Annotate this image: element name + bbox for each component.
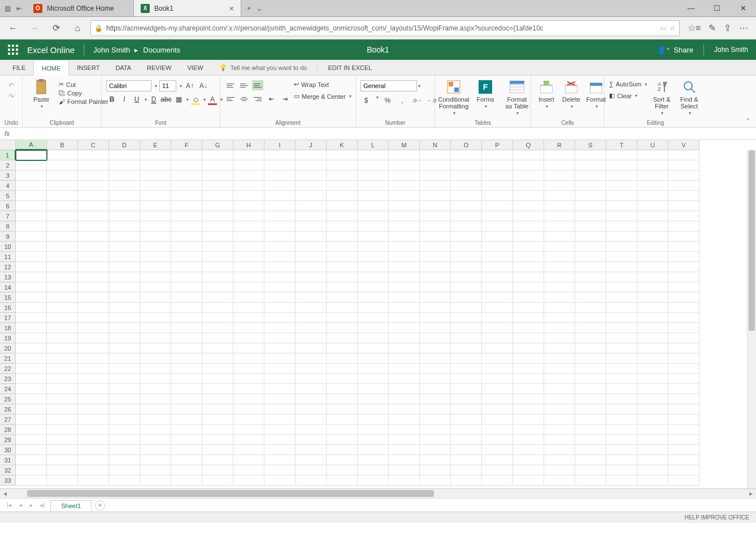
tab-home[interactable]: HOME (33, 60, 69, 76)
cell[interactable] (233, 171, 264, 181)
row-header[interactable]: 16 (0, 303, 16, 313)
cell[interactable] (389, 150, 420, 160)
cell[interactable] (606, 435, 637, 445)
cell[interactable] (482, 242, 513, 252)
cell[interactable] (637, 404, 668, 414)
cell[interactable] (451, 394, 482, 404)
favorite-star-icon[interactable]: ☆ (670, 24, 676, 32)
column-header[interactable]: N (420, 140, 451, 150)
cell[interactable] (389, 414, 420, 425)
sheet-nav-last-icon[interactable]: ▸| (38, 502, 47, 508)
cell[interactable] (296, 252, 327, 262)
font-size-input[interactable] (159, 80, 176, 91)
url-box[interactable]: 🔒 https://acmewidgets-my.sharepoint.com/… (90, 20, 680, 36)
cell[interactable] (140, 313, 171, 323)
column-header[interactable]: S (575, 140, 606, 150)
cell[interactable] (389, 404, 420, 414)
cell[interactable] (233, 445, 264, 455)
cell[interactable] (637, 435, 668, 445)
redo-icon[interactable]: ↷ (8, 93, 14, 101)
cell[interactable] (606, 303, 637, 313)
row-header[interactable]: 13 (0, 272, 16, 282)
cell[interactable] (482, 414, 513, 425)
cell[interactable] (78, 171, 109, 181)
cell[interactable] (16, 252, 47, 262)
cell[interactable] (140, 394, 171, 404)
cell[interactable] (420, 445, 451, 455)
cell[interactable] (16, 150, 47, 160)
cell[interactable] (389, 455, 420, 465)
cell[interactable] (296, 262, 327, 272)
column-header[interactable]: J (296, 140, 327, 150)
cell[interactable] (358, 191, 389, 201)
row-header[interactable]: 11 (0, 252, 16, 262)
cell[interactable] (482, 445, 513, 455)
refresh-button[interactable]: ⟳ (47, 20, 64, 37)
cell[interactable] (389, 343, 420, 353)
cell[interactable] (171, 465, 202, 475)
cell[interactable] (140, 414, 171, 425)
cell[interactable] (47, 272, 78, 282)
cell[interactable] (668, 455, 699, 465)
cell[interactable] (637, 374, 668, 384)
cell[interactable] (420, 465, 451, 475)
cell[interactable] (358, 404, 389, 414)
cell[interactable] (264, 404, 296, 414)
cell[interactable] (78, 252, 109, 262)
cell[interactable] (47, 425, 78, 435)
cell[interactable] (420, 181, 451, 191)
cell[interactable] (358, 262, 389, 272)
cell[interactable] (16, 333, 47, 343)
comma-button[interactable]: , (397, 95, 408, 106)
cell[interactable] (327, 191, 358, 201)
cell[interactable] (668, 374, 699, 384)
cell[interactable] (78, 394, 109, 404)
column-header[interactable]: D (109, 140, 140, 150)
cell[interactable] (482, 435, 513, 445)
cell[interactable] (296, 231, 327, 242)
cell[interactable] (451, 191, 482, 201)
cell[interactable] (637, 323, 668, 333)
cell[interactable] (171, 425, 202, 435)
cell[interactable] (109, 404, 140, 414)
cell[interactable] (109, 252, 140, 262)
tab-view[interactable]: VIEW (180, 60, 211, 75)
cell[interactable] (47, 201, 78, 211)
minimize-button[interactable]: ― (678, 0, 704, 16)
cell[interactable] (296, 343, 327, 353)
cell[interactable] (202, 292, 233, 303)
row-header[interactable]: 6 (0, 201, 16, 211)
cell[interactable] (78, 465, 109, 475)
cell[interactable] (233, 313, 264, 323)
cell[interactable] (78, 303, 109, 313)
row-header[interactable]: 23 (0, 374, 16, 384)
cell[interactable] (513, 465, 544, 475)
cell[interactable] (482, 374, 513, 384)
cell[interactable] (171, 303, 202, 313)
cell[interactable] (327, 272, 358, 282)
cell[interactable] (264, 435, 296, 445)
cell[interactable] (513, 181, 544, 191)
cell[interactable] (575, 171, 606, 181)
cell[interactable] (451, 201, 482, 211)
cell[interactable] (668, 465, 699, 475)
cell[interactable] (171, 160, 202, 171)
cell[interactable] (171, 282, 202, 292)
cell[interactable] (513, 455, 544, 465)
cell[interactable] (451, 272, 482, 282)
cell[interactable] (264, 364, 296, 374)
cell[interactable] (637, 252, 668, 262)
cell[interactable] (171, 181, 202, 191)
cell[interactable] (16, 364, 47, 374)
app-launcher-icon[interactable] (8, 45, 18, 55)
column-header[interactable]: E (140, 140, 171, 150)
cell[interactable] (47, 160, 78, 171)
cell[interactable] (420, 353, 451, 364)
cell[interactable] (296, 445, 327, 455)
cell[interactable] (482, 252, 513, 262)
cell[interactable] (47, 292, 78, 303)
cell[interactable] (513, 414, 544, 425)
cell[interactable] (140, 201, 171, 211)
cell[interactable] (513, 211, 544, 221)
cell[interactable] (513, 292, 544, 303)
